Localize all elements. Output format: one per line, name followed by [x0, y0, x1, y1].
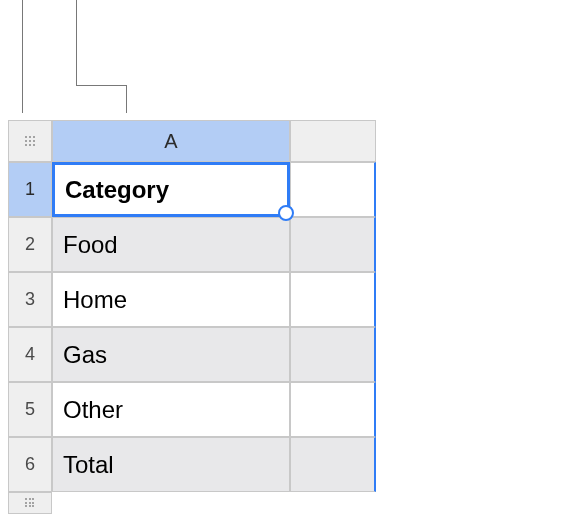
row-header-1[interactable]: 1 [8, 162, 52, 217]
cell-B6[interactable] [290, 437, 376, 492]
spreadsheet-table: A 1 Category 2 Food 3 Home 4 Gas 5 Other… [8, 120, 376, 514]
row-header-3[interactable]: 3 [8, 272, 52, 327]
column-header-empty[interactable] [290, 120, 376, 162]
column-header-A[interactable]: A [52, 120, 290, 162]
select-all-corner[interactable] [8, 120, 52, 162]
grid-icon [25, 498, 35, 508]
cell-B2[interactable] [290, 217, 376, 272]
add-row-button[interactable] [8, 492, 52, 514]
cell-A2[interactable]: Food [52, 217, 290, 272]
cell-A3[interactable]: Home [52, 272, 290, 327]
grid-icon [25, 136, 36, 147]
cell-A1[interactable]: Category [52, 162, 290, 217]
row-header-6[interactable]: 6 [8, 437, 52, 492]
cell-B5[interactable] [290, 382, 376, 437]
cell-B3[interactable] [290, 272, 376, 327]
row-header-5[interactable]: 5 [8, 382, 52, 437]
cell-A4[interactable]: Gas [52, 327, 290, 382]
cell-B4[interactable] [290, 327, 376, 382]
row-header-4[interactable]: 4 [8, 327, 52, 382]
row-header-2[interactable]: 2 [8, 217, 52, 272]
cell-A5[interactable]: Other [52, 382, 290, 437]
cell-A6[interactable]: Total [52, 437, 290, 492]
cell-B1[interactable] [290, 162, 376, 217]
